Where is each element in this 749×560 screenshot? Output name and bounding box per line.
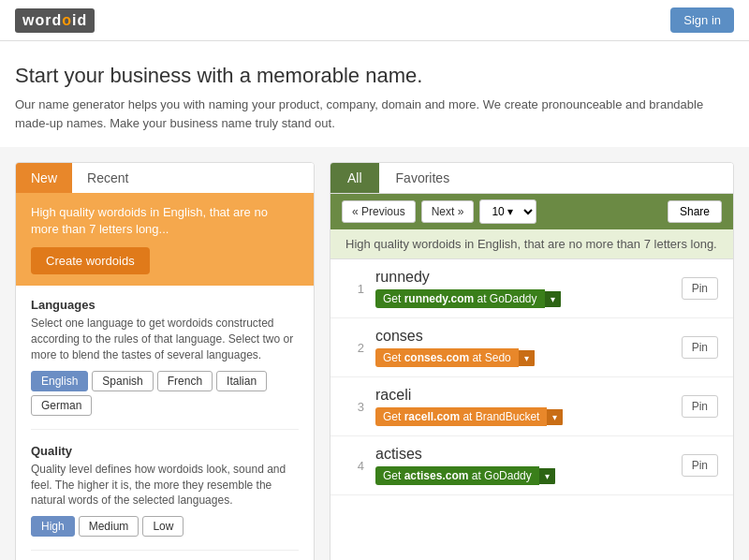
dropdown-arrow-icon[interactable]: ▾ [539, 468, 555, 484]
table-row: 1 runnedy Get runnedy.com at GoDaddy ▾ P… [330, 259, 733, 318]
provider-name: BrandBucket [476, 410, 540, 423]
sign-in-button[interactable]: Sign in [670, 7, 734, 33]
domain-name: actises.com [404, 469, 469, 482]
domain-name: conses.com [404, 351, 469, 364]
word-number: 1 [345, 282, 364, 296]
settings-area: Languages Select one language to get wor… [16, 286, 314, 560]
left-panel: New Recent High quality wordoids in Engl… [15, 162, 315, 560]
quality-description: Quality level defines how wordoids look,… [31, 462, 299, 508]
hero-title: Start your business with a memorable nam… [15, 64, 734, 88]
word-info: conses Get conses.com at Sedo ▾ [375, 328, 670, 367]
pin-button[interactable]: Pin [682, 395, 718, 418]
lang-german[interactable]: German [31, 395, 92, 416]
get-domain-button[interactable]: Get conses.com at Sedo ▾ [375, 348, 535, 367]
get-label: Get conses.com at Sedo [375, 348, 519, 367]
provider-name: GoDaddy [490, 292, 537, 305]
next-button[interactable]: Next » [421, 200, 475, 223]
query-text: High quality wordoids in English, that a… [345, 237, 717, 251]
dropdown-arrow-icon[interactable]: ▾ [545, 291, 561, 307]
pagination-bar: « Previous Next » 10 ▾ Share [330, 194, 733, 229]
tab-new[interactable]: New [16, 163, 72, 193]
lang-french[interactable]: French [157, 371, 213, 391]
table-row: 2 conses Get conses.com at Sedo ▾ Pin [330, 318, 733, 377]
word-info: actises Get actises.com at GoDaddy ▾ [375, 446, 670, 485]
provider-name: GoDaddy [484, 469, 532, 482]
language-options: English Spanish French Italian German [31, 371, 299, 416]
get-label: Get actises.com at GoDaddy [375, 466, 539, 485]
quality-medium[interactable]: Medium [79, 516, 140, 537]
right-panel: All Favorites « Previous Next » 10 ▾ Sha… [330, 162, 734, 560]
word-info: runnedy Get runnedy.com at GoDaddy ▾ [375, 269, 670, 308]
logo: wordoid [15, 8, 95, 33]
word-number: 4 [345, 459, 364, 473]
get-label: Get runnedy.com at GoDaddy [375, 289, 545, 308]
quality-options: High Medium Low [31, 516, 299, 537]
provider-name: Sedo [485, 351, 511, 364]
tab-recent[interactable]: Recent [72, 163, 143, 193]
get-label: Get racell.com at BrandBucket [375, 407, 547, 426]
query-display: High quality wordoids in English, that a… [330, 229, 733, 259]
domain-name: racell.com [404, 410, 460, 423]
lang-italian[interactable]: Italian [216, 371, 267, 391]
dropdown-arrow-icon[interactable]: ▾ [547, 409, 563, 425]
orange-box-text: High quality wordoids in English, that a… [31, 205, 268, 236]
get-domain-button[interactable]: Get racell.com at BrandBucket ▾ [375, 407, 563, 426]
main-content: New Recent High quality wordoids in Engl… [0, 147, 749, 560]
dropdown-arrow-icon[interactable]: ▾ [519, 350, 535, 366]
share-button[interactable]: Share [668, 200, 722, 223]
lang-english[interactable]: English [31, 371, 88, 391]
word-name: raceli [375, 387, 670, 404]
quality-low[interactable]: Low [142, 516, 184, 537]
pin-button[interactable]: Pin [682, 336, 718, 359]
get-domain-button[interactable]: Get runnedy.com at GoDaddy ▾ [375, 289, 561, 308]
word-number: 2 [345, 341, 364, 355]
hero-section: Start your business with a memorable nam… [0, 41, 749, 147]
pin-button[interactable]: Pin [682, 454, 718, 477]
hero-description: Our name generator helps you with naming… [15, 96, 734, 132]
languages-description: Select one language to get wordoids cons… [31, 316, 299, 362]
word-name: actises [375, 446, 670, 463]
quality-section: Quality Quality level defines how wordoi… [31, 443, 299, 551]
languages-section: Languages Select one language to get wor… [31, 297, 299, 429]
table-row: 4 actises Get actises.com at GoDaddy ▾ P… [330, 436, 733, 495]
right-tabs: All Favorites [330, 163, 733, 194]
tab-all[interactable]: All [330, 163, 379, 193]
languages-label: Languages [31, 298, 95, 312]
create-wordoids-button[interactable]: Create wordoids [31, 247, 150, 274]
table-row: 3 raceli Get racell.com at BrandBucket ▾… [330, 377, 733, 436]
per-page-select[interactable]: 10 ▾ [479, 199, 536, 224]
header: wordoid Sign in [0, 0, 749, 41]
lang-spanish[interactable]: Spanish [92, 371, 153, 391]
pin-button[interactable]: Pin [682, 277, 718, 300]
word-name: conses [375, 328, 670, 345]
word-info: raceli Get racell.com at BrandBucket ▾ [375, 387, 670, 426]
orange-description-box: High quality wordoids in English, that a… [16, 193, 314, 286]
left-tabs: New Recent [16, 163, 314, 193]
domain-name: runnedy.com [404, 292, 474, 305]
word-list: 1 runnedy Get runnedy.com at GoDaddy ▾ P… [330, 259, 733, 495]
quality-high[interactable]: High [31, 516, 75, 537]
word-number: 3 [345, 400, 364, 414]
word-name: runnedy [375, 269, 670, 286]
get-domain-button[interactable]: Get actises.com at GoDaddy ▾ [375, 466, 555, 485]
quality-label: Quality [31, 444, 72, 458]
prev-button[interactable]: « Previous [342, 200, 416, 223]
tab-favorites[interactable]: Favorites [379, 163, 467, 193]
